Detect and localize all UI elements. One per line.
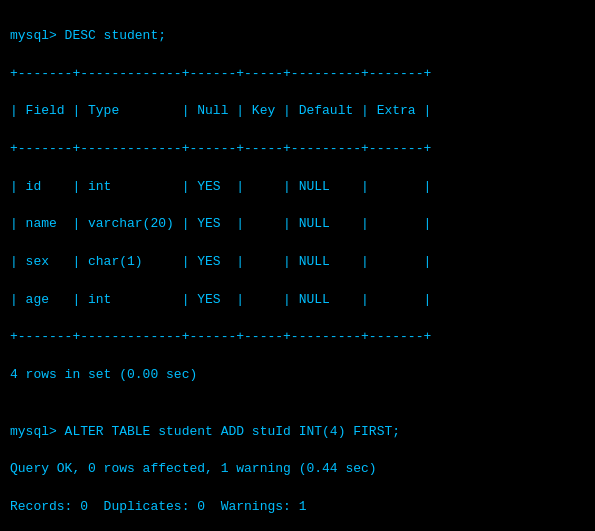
table1-row-3: | age | int | YES | | NULL | | bbox=[10, 292, 431, 307]
block2-line1: Query OK, 0 rows affected, 1 warning (0.… bbox=[10, 461, 377, 476]
table1-border-top: +-------+-------------+------+-----+----… bbox=[10, 66, 431, 81]
table1-border-bot: +-------+-------------+------+-----+----… bbox=[10, 329, 431, 344]
table1-rowcount: 4 rows in set (0.00 sec) bbox=[10, 367, 197, 382]
table1-border-mid: +-------+-------------+------+-----+----… bbox=[10, 141, 431, 156]
terminal-output: mysql> DESC student; +-------+----------… bbox=[10, 8, 585, 531]
prompt-1: mysql> DESC student; bbox=[10, 28, 166, 43]
table1-row-1: | name | varchar(20) | YES | | NULL | | bbox=[10, 216, 431, 231]
prompt-2: mysql> ALTER TABLE student ADD stuId INT… bbox=[10, 424, 400, 439]
table1-row-2: | sex | char(1) | YES | | NULL | | bbox=[10, 254, 431, 269]
table1-header: | Field | Type | Null | Key | Default | … bbox=[10, 103, 431, 118]
table1-row-0: | id | int | YES | | NULL | | bbox=[10, 179, 431, 194]
block2-line2: Records: 0 Duplicates: 0 Warnings: 1 bbox=[10, 499, 306, 514]
